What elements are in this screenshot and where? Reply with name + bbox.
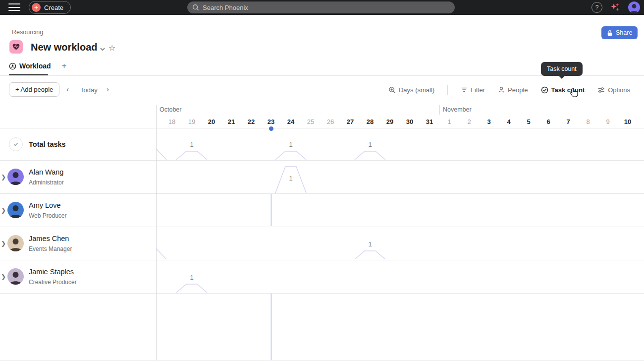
row-alan[interactable]: ❯ Alan Wang Administrator xyxy=(0,160,156,193)
search-placeholder: Search Phoenix xyxy=(203,4,248,11)
day-header[interactable]: 3 xyxy=(479,118,499,125)
user-avatar[interactable] xyxy=(628,1,640,13)
add-tab-button[interactable]: + xyxy=(62,61,67,71)
search-input[interactable]: Search Phoenix xyxy=(187,1,455,13)
create-button[interactable]: + Create xyxy=(29,1,71,14)
svg-text:1: 1 xyxy=(190,141,193,148)
task-count-label: Task count xyxy=(551,86,585,94)
day-header[interactable]: 7 xyxy=(558,118,578,125)
search-icon xyxy=(192,4,199,11)
people-label: People xyxy=(508,86,528,94)
day-header[interactable]: 31 xyxy=(420,118,439,125)
filter-icon xyxy=(461,86,468,93)
person-role: Web Producer xyxy=(29,212,66,219)
share-button[interactable]: Share xyxy=(601,26,638,39)
day-header[interactable]: 28 xyxy=(360,118,380,125)
add-people-button[interactable]: + Add people xyxy=(9,82,59,97)
expand-chevron-icon[interactable]: ❯ xyxy=(1,240,6,247)
month-label: October xyxy=(160,106,181,113)
help-button[interactable]: ? xyxy=(591,2,602,13)
help-label: ? xyxy=(595,4,599,11)
toolbar-divider xyxy=(447,85,448,95)
people-icon xyxy=(498,86,505,93)
avatar-amy xyxy=(7,202,24,218)
day-header[interactable]: 27 xyxy=(340,118,360,125)
day-header[interactable]: 19 xyxy=(182,118,202,125)
person-name: Amy Love xyxy=(29,201,60,209)
day-header[interactable]: 1 xyxy=(439,118,459,125)
month-label: November xyxy=(443,106,472,113)
task-count-tooltip: Task count xyxy=(541,62,583,76)
filter-label: Filter xyxy=(471,86,485,94)
day-header[interactable]: 5 xyxy=(519,118,538,125)
add-people-label: + Add people xyxy=(15,86,53,93)
share-button-label: Share xyxy=(616,29,632,36)
day-header[interactable]: 4 xyxy=(499,118,519,125)
avatar-james xyxy=(7,235,24,251)
row-james[interactable]: ❯ James Chen Events Manager xyxy=(0,227,156,260)
zoom-in-icon xyxy=(388,86,396,94)
top-bar: + Create Search Phoenix ? xyxy=(0,0,644,15)
zoom-level-button[interactable]: Days (small) xyxy=(388,86,434,94)
breadcrumb: Resourcing xyxy=(12,29,43,36)
task-count-check-icon xyxy=(541,86,548,94)
day-header[interactable]: 21 xyxy=(221,118,241,125)
row-amy[interactable]: ❯ Amy Love Web Producer xyxy=(0,193,156,227)
day-header[interactable]: 9 xyxy=(598,118,618,125)
svg-text:1: 1 xyxy=(190,274,193,281)
row-border xyxy=(0,293,644,294)
timeline-next-button[interactable]: › xyxy=(107,85,109,93)
tab-workload[interactable]: Workload xyxy=(9,62,51,70)
favorite-star-icon[interactable]: ☆ xyxy=(108,43,115,53)
day-header[interactable]: 8 xyxy=(578,118,598,125)
today-button[interactable]: Today xyxy=(80,86,98,94)
zoom-level-label: Days (small) xyxy=(399,86,434,94)
person-role: Events Manager xyxy=(29,245,72,252)
day-header[interactable]: 22 xyxy=(241,118,261,125)
row-total[interactable]: Total tasks xyxy=(0,128,156,160)
row-jamie[interactable]: ❯ Jamie Staples Creative Producer xyxy=(0,260,156,293)
svg-text:1: 1 xyxy=(368,141,372,148)
task-count-button[interactable]: Task count xyxy=(541,86,585,94)
people-button[interactable]: People xyxy=(498,86,528,94)
ai-sparkles-icon[interactable] xyxy=(609,1,621,13)
active-tab-underline xyxy=(9,74,48,75)
project-heart-icon xyxy=(9,40,23,54)
svg-text:1: 1 xyxy=(368,241,372,248)
lock-icon xyxy=(607,30,613,36)
day-header[interactable]: 10 xyxy=(618,118,638,125)
options-label: Options xyxy=(608,86,630,94)
options-button[interactable]: Options xyxy=(597,86,630,94)
day-header[interactable]: 6 xyxy=(538,118,558,125)
hamburger-menu-icon[interactable] xyxy=(8,3,20,11)
total-tasks-label: Total tasks xyxy=(29,140,66,148)
day-header[interactable]: 29 xyxy=(380,118,400,125)
person-role: Administrator xyxy=(29,179,64,186)
month-boundary-tick xyxy=(439,105,440,115)
filter-button[interactable]: Filter xyxy=(461,86,485,94)
expand-chevron-icon[interactable]: ❯ xyxy=(1,174,6,180)
day-header[interactable]: 26 xyxy=(321,118,340,125)
timeline-prev-button[interactable]: ‹ xyxy=(66,85,69,93)
day-header[interactable]: 23 xyxy=(261,118,281,125)
plus-icon: + xyxy=(32,3,41,12)
tooltip-text: Task count xyxy=(547,65,577,72)
person-name: Alan Wang xyxy=(29,168,63,176)
workload-icon xyxy=(9,62,16,70)
day-header[interactable]: 18 xyxy=(162,118,182,125)
person-name: Jamie Staples xyxy=(29,268,74,276)
create-button-label: Create xyxy=(44,4,63,11)
expand-chevron-icon[interactable]: ❯ xyxy=(1,273,6,280)
total-tasks-check-icon xyxy=(9,137,23,151)
person-name: James Chen xyxy=(29,235,69,242)
day-header[interactable]: 30 xyxy=(400,118,420,125)
svg-text:1: 1 xyxy=(289,175,292,182)
expand-chevron-icon[interactable]: ❯ xyxy=(1,207,6,214)
day-header[interactable]: 24 xyxy=(281,118,301,125)
day-header[interactable]: 2 xyxy=(459,118,479,125)
grid-bottom-border xyxy=(0,360,644,361)
day-header[interactable]: 20 xyxy=(202,118,221,125)
panel-boundary-line xyxy=(156,105,157,360)
day-header[interactable]: 25 xyxy=(301,118,321,125)
title-chevron-down-icon[interactable] xyxy=(100,45,106,54)
